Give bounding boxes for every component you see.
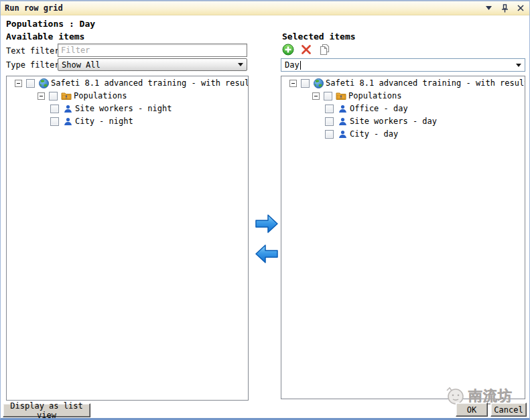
checkbox[interactable] <box>324 92 332 100</box>
person-icon <box>337 103 348 114</box>
window-title: Run row grid <box>5 3 63 13</box>
checkbox[interactable] <box>325 117 334 126</box>
tree-row[interactable]: Safeti 8.1 advanced training - with resu… <box>281 77 525 89</box>
add-icon[interactable] <box>281 43 295 56</box>
tree-row[interactable]: City - night <box>7 115 248 127</box>
tree-node-label[interactable]: City - night <box>75 117 133 126</box>
selected-items-toolbar <box>281 43 331 56</box>
tree-node-label[interactable]: Site workers - night <box>75 104 172 113</box>
run-row-grid-dialog: Run row grid Populations : Day Availa <box>0 0 530 420</box>
tree-node-label[interactable]: Populations <box>74 91 127 100</box>
selected-items-tree: Safeti 8.1 advanced training - with resu… <box>281 76 525 399</box>
available-items-heading: Available items <box>6 31 84 42</box>
delete-icon[interactable] <box>300 43 313 56</box>
tree-node-label[interactable]: Populations <box>348 91 401 100</box>
available-items-tree: Safeti 8.1 advanced training - with resu… <box>6 76 249 401</box>
checkbox[interactable] <box>26 79 35 88</box>
text-filter-label: Text filter: <box>6 46 64 56</box>
tree-node-label[interactable]: Site workers - day <box>350 117 437 126</box>
person-icon <box>62 103 73 114</box>
move-right-arrow[interactable] <box>254 213 279 234</box>
globe-icon <box>313 78 324 88</box>
checkbox[interactable] <box>325 130 334 139</box>
ok-button[interactable]: OK <box>456 403 488 417</box>
display-as-list-view-button[interactable]: Display as list view <box>3 403 90 417</box>
tree-row[interactable]: Populations <box>281 90 525 102</box>
chevron-down-icon <box>238 63 243 66</box>
checkbox[interactable] <box>325 104 334 113</box>
tree-row[interactable]: Office - day <box>281 102 525 115</box>
window-menu-dropdown-icon[interactable] <box>484 3 493 13</box>
move-left-arrow[interactable] <box>254 243 279 265</box>
tree-row[interactable]: Safeti 8.1 advanced training - with resu… <box>7 77 248 89</box>
checkbox[interactable] <box>49 92 58 100</box>
globe-icon <box>38 78 49 88</box>
selected-items-combo[interactable]: Day <box>281 58 525 72</box>
type-filter-select[interactable]: Show All <box>58 58 247 71</box>
folder-icon <box>61 90 72 101</box>
tree-node-label[interactable]: Safeti 8.1 advanced training - with resu… <box>326 78 525 88</box>
copy-icon[interactable] <box>318 43 331 56</box>
checkbox[interactable] <box>50 104 59 113</box>
person-icon <box>337 116 348 127</box>
type-filter-label: Type filter: <box>6 60 64 70</box>
selected-items-combo-value: Day <box>285 60 300 70</box>
collapse-toggle-icon[interactable] <box>38 92 45 100</box>
chevron-down-icon <box>516 64 521 67</box>
person-icon <box>62 116 73 127</box>
checkbox[interactable] <box>50 117 59 126</box>
collapse-toggle-icon[interactable] <box>289 80 297 87</box>
pin-icon[interactable] <box>500 3 509 13</box>
checkbox[interactable] <box>301 79 310 88</box>
selected-items-heading: Selected items <box>282 31 356 42</box>
cancel-button[interactable]: Cancel <box>490 403 527 417</box>
tree-node-label[interactable]: Office - day <box>350 104 408 113</box>
text-cursor <box>300 61 301 70</box>
context-title: Populations : Day <box>6 19 95 29</box>
tree-node-label[interactable]: Safeti 8.1 advanced training - with resu… <box>51 78 249 88</box>
text-filter-input[interactable] <box>58 44 247 57</box>
collapse-toggle-icon[interactable] <box>312 92 320 100</box>
tree-node-label[interactable]: City - day <box>350 129 398 139</box>
type-filter-value: Show All <box>62 60 101 70</box>
tree-row[interactable]: Populations <box>7 90 248 102</box>
title-bar: Run row grid <box>1 1 529 15</box>
tree-row[interactable]: Site workers - night <box>7 102 248 115</box>
collapse-toggle-icon[interactable] <box>15 80 22 87</box>
close-icon[interactable] <box>516 3 525 13</box>
tree-row[interactable]: City - day <box>281 128 525 140</box>
person-icon <box>337 129 348 139</box>
folder-icon <box>336 90 346 101</box>
tree-row[interactable]: Site workers - day <box>281 115 525 127</box>
